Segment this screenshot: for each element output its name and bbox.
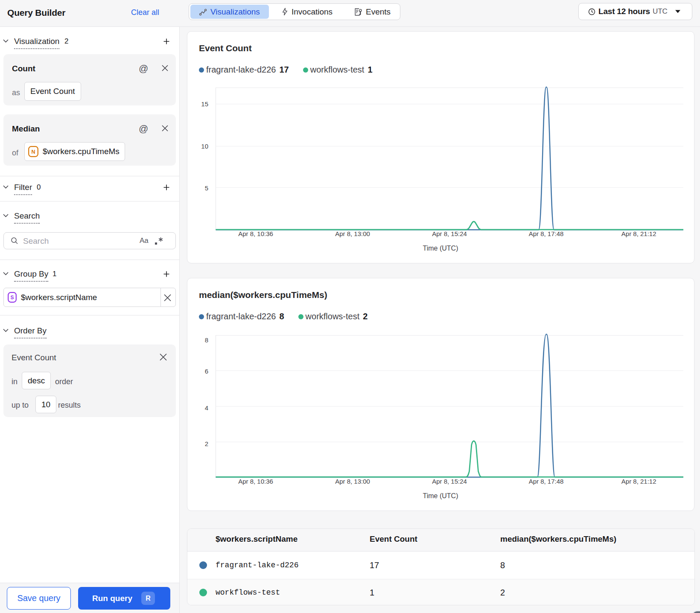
svg-text:5: 5 xyxy=(205,184,208,192)
svg-text:Apr 8, 21:12: Apr 8, 21:12 xyxy=(621,230,656,237)
svg-text:Apr 8, 13:00: Apr 8, 13:00 xyxy=(335,478,370,485)
svg-text:Apr 8, 13:00: Apr 8, 13:00 xyxy=(335,230,370,237)
svg-text:2: 2 xyxy=(205,440,208,447)
svg-text:6: 6 xyxy=(205,368,208,375)
svg-text:10: 10 xyxy=(201,143,208,150)
svg-text:Apr 8, 10:36: Apr 8, 10:36 xyxy=(238,478,273,485)
svg-text:Apr 8, 15:24: Apr 8, 15:24 xyxy=(432,230,467,237)
svg-text:Apr 8, 15:24: Apr 8, 15:24 xyxy=(432,478,467,485)
svg-text:Apr 8, 17:48: Apr 8, 17:48 xyxy=(529,478,564,485)
svg-text:8: 8 xyxy=(205,336,208,344)
svg-text:S: S xyxy=(10,295,14,301)
svg-text:4: 4 xyxy=(205,404,208,412)
svg-text:Apr 8, 17:48: Apr 8, 17:48 xyxy=(529,230,564,237)
svg-text:15: 15 xyxy=(201,100,208,108)
svg-text:Time (UTC): Time (UTC) xyxy=(423,492,458,499)
svg-text:Apr 8, 10:36: Apr 8, 10:36 xyxy=(238,230,273,237)
svg-text:N: N xyxy=(31,149,35,155)
svg-text:Apr 8, 21:12: Apr 8, 21:12 xyxy=(621,478,656,485)
svg-text:Time (UTC): Time (UTC) xyxy=(423,245,458,252)
